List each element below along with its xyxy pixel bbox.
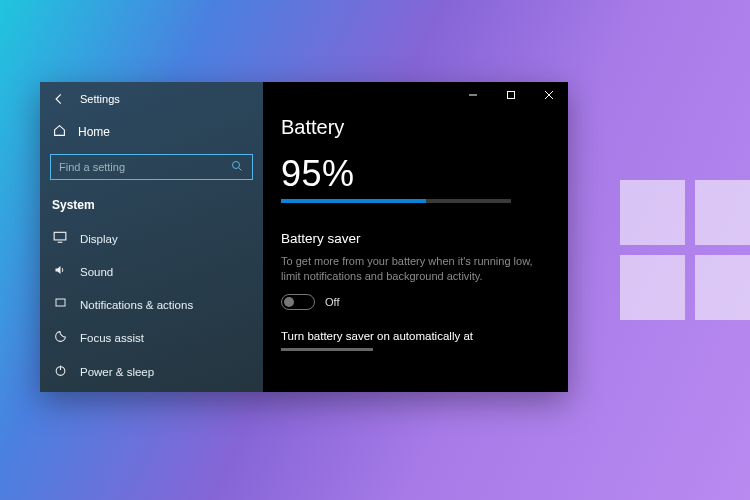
sidebar-item-power-sleep[interactable]: Power & sleep [40, 355, 263, 389]
svg-rect-1 [54, 232, 66, 240]
sidebar-item-notifications[interactable]: Notifications & actions [40, 288, 263, 321]
minimize-button[interactable] [454, 82, 492, 108]
titlebar-left: Settings [40, 90, 263, 116]
maximize-button[interactable] [492, 82, 530, 108]
sidebar-home[interactable]: Home [40, 116, 263, 148]
notifications-icon [52, 297, 68, 312]
sound-icon [52, 264, 68, 279]
svg-rect-2 [56, 299, 65, 306]
app-title: Settings [80, 93, 120, 105]
search-icon [231, 160, 243, 175]
sidebar: Settings Home System Display Sound [40, 82, 263, 392]
search-wrap [40, 148, 263, 190]
back-button[interactable] [52, 92, 66, 106]
sidebar-item-focus-assist[interactable]: Focus assist [40, 321, 263, 355]
sidebar-item-label: Display [80, 233, 118, 245]
home-icon [52, 124, 66, 140]
battery-saver-auto-label: Turn battery saver on automatically at [281, 330, 550, 342]
search-input[interactable] [50, 154, 253, 180]
battery-saver-toggle-row: Off [281, 294, 550, 310]
svg-point-0 [233, 162, 240, 169]
sidebar-item-label: Sound [80, 266, 113, 278]
svg-rect-4 [508, 92, 515, 99]
battery-progress-fill [281, 199, 426, 203]
battery-saver-heading: Battery saver [281, 231, 550, 246]
sidebar-item-display[interactable]: Display [40, 222, 263, 255]
power-icon [52, 364, 68, 380]
battery-percent: 95% [281, 153, 550, 195]
home-label: Home [78, 125, 110, 139]
settings-window: Settings Home System Display Sound [40, 82, 568, 392]
sidebar-item-label: Power & sleep [80, 366, 154, 378]
sidebar-item-label: Focus assist [80, 332, 144, 344]
sidebar-item-label: Notifications & actions [80, 299, 193, 311]
content-area: Battery 95% Battery saver To get more fr… [263, 82, 568, 392]
window-controls [454, 82, 568, 108]
close-button[interactable] [530, 82, 568, 108]
battery-progress [281, 199, 511, 203]
toggle-knob [284, 297, 294, 307]
focus-assist-icon [52, 330, 68, 346]
battery-saver-auto-slider[interactable] [281, 348, 373, 351]
sidebar-item-sound[interactable]: Sound [40, 255, 263, 288]
battery-saver-toggle-label: Off [325, 296, 339, 308]
sidebar-category: System [40, 190, 263, 222]
display-icon [52, 231, 68, 246]
battery-saver-toggle[interactable] [281, 294, 315, 310]
windows-logo [620, 180, 750, 320]
battery-saver-description: To get more from your battery when it's … [281, 254, 550, 284]
